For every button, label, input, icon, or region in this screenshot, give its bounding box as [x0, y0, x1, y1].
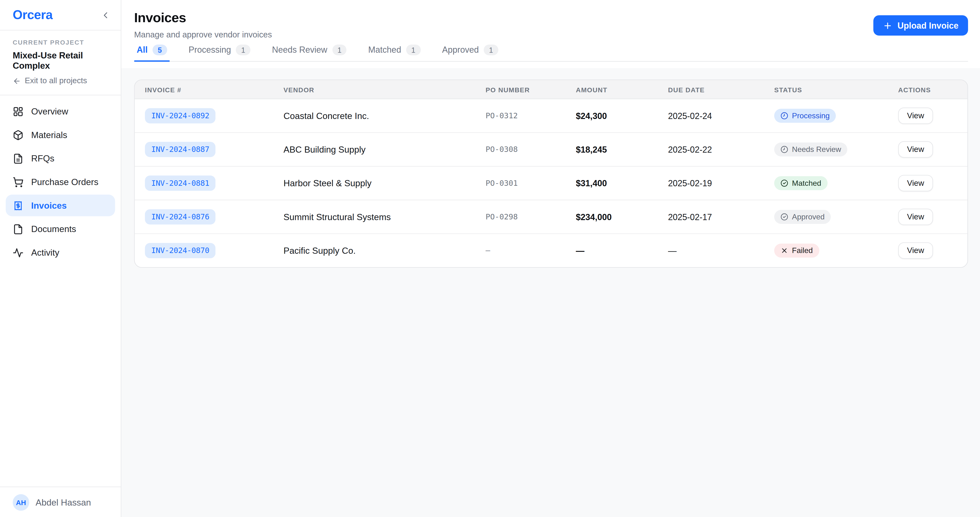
vendor-name: Summit Structural Systems: [283, 212, 485, 222]
view-button[interactable]: View: [898, 209, 933, 225]
tab-needs-review[interactable]: Needs Review 1: [269, 45, 349, 61]
tab-count-badge: 1: [406, 45, 421, 55]
sidebar-item-overview[interactable]: Overview: [6, 101, 115, 122]
check-circle-icon: [781, 213, 788, 220]
vendor-name: ABC Building Supply: [283, 144, 485, 155]
sidebar-item-activity[interactable]: Activity: [6, 242, 115, 263]
status-label: Approved: [792, 213, 825, 221]
x-icon: [781, 247, 788, 254]
clock-icon: [781, 112, 788, 120]
page-header: Invoices Manage and approve vendor invoi…: [121, 0, 980, 68]
clock-icon: [781, 146, 788, 153]
brand-logo: Orcera: [13, 8, 52, 22]
tab-count-badge: 1: [332, 45, 347, 55]
table-body: INV-2024-0892 Coastal Concrete Inc. PO-0…: [135, 99, 967, 267]
table-row: INV-2024-0881 Harbor Steel & Supply PO-0…: [135, 167, 967, 200]
table-row: INV-2024-0887 ABC Building Supply PO-030…: [135, 133, 967, 166]
plus-icon: [883, 21, 892, 30]
view-button[interactable]: View: [898, 141, 933, 158]
po-number: PO-0312: [486, 112, 576, 120]
invoice-amount: —: [576, 246, 668, 255]
column-header-amount: AMOUNT: [576, 86, 668, 93]
sidebar-item-materials[interactable]: Materials: [6, 124, 115, 146]
table-header-row: INVOICE # VENDOR PO NUMBER AMOUNT DUE DA…: [135, 80, 967, 99]
status-badge: Processing: [774, 109, 836, 123]
column-header-invoice: INVOICE #: [145, 86, 283, 93]
due-date: —: [668, 246, 774, 255]
tab-count-badge: 5: [153, 45, 167, 55]
status-badge: Failed: [774, 244, 819, 257]
due-date: 2025-02-24: [668, 111, 774, 120]
column-header-po-number: PO NUMBER: [486, 86, 576, 93]
column-header-due-date: DUE DATE: [668, 86, 774, 93]
vendor-name: Harbor Steel & Supply: [283, 178, 485, 188]
invoice-number-pill: INV-2024-0876: [145, 209, 216, 224]
check-circle-icon: [781, 179, 788, 187]
view-button[interactable]: View: [898, 242, 933, 259]
invoices-table: INVOICE # VENDOR PO NUMBER AMOUNT DUE DA…: [134, 80, 968, 268]
upload-invoice-button[interactable]: Upload Invoice: [873, 15, 968, 35]
invoice-number-pill: INV-2024-0887: [145, 142, 216, 157]
status-label: Failed: [792, 246, 813, 255]
cart-icon: [13, 177, 23, 187]
column-header-vendor: VENDOR: [283, 86, 485, 93]
sidebar-item-invoices[interactable]: Invoices: [6, 195, 115, 216]
po-number: PO-0301: [486, 179, 576, 187]
table-row: INV-2024-0876 Summit Structural Systems …: [135, 200, 967, 234]
content-area: INVOICE # VENDOR PO NUMBER AMOUNT DUE DA…: [121, 68, 980, 517]
invoice-amount: $234,000: [576, 212, 668, 222]
invoice-amount: $31,400: [576, 179, 668, 188]
vendor-name: Pacific Supply Co.: [283, 246, 485, 255]
status-badge: Needs Review: [774, 142, 848, 156]
avatar: AH: [13, 494, 29, 510]
po-number: PO-0298: [486, 212, 576, 221]
status-filter-tabs: All 5 Processing 1 Needs Review 1 Matche…: [134, 45, 968, 62]
tab-matched[interactable]: Matched 1: [366, 45, 423, 61]
sidebar-header: Orcera: [0, 0, 121, 30]
file-text-icon: [13, 153, 23, 164]
chevron-left-icon: [100, 10, 111, 20]
invoice-amount: $18,245: [576, 145, 668, 154]
dashboard-icon: [13, 106, 23, 116]
arrow-left-icon: [13, 77, 21, 85]
column-header-status: STATUS: [774, 86, 898, 93]
status-badge: Matched: [774, 176, 827, 190]
invoice-amount: $24,300: [576, 111, 668, 120]
activity-icon: [13, 247, 23, 258]
main-area: Invoices Manage and approve vendor invoi…: [121, 0, 980, 517]
sidebar-item-rfqs[interactable]: RFQs: [6, 148, 115, 169]
tab-all[interactable]: All 5: [134, 45, 169, 61]
invoice-number-pill: INV-2024-0892: [145, 108, 216, 123]
user-menu[interactable]: AH Abdel Hassan: [0, 487, 121, 517]
page-title: Invoices: [134, 10, 272, 26]
status-label: Needs Review: [792, 145, 841, 153]
sidebar-collapse-button[interactable]: [99, 9, 112, 21]
po-number: PO-0308: [486, 145, 576, 154]
column-header-actions: ACTIONS: [898, 86, 967, 93]
due-date: 2025-02-22: [668, 145, 774, 154]
tab-approved[interactable]: Approved 1: [439, 45, 501, 61]
project-name: Mixed-Use Retail Complex: [13, 50, 108, 70]
view-button[interactable]: View: [898, 175, 933, 191]
status-label: Processing: [792, 112, 830, 120]
status-label: Matched: [792, 179, 821, 187]
po-number: —: [486, 246, 576, 255]
view-button[interactable]: View: [898, 107, 933, 124]
tab-processing[interactable]: Processing 1: [186, 45, 253, 61]
due-date: 2025-02-19: [668, 179, 774, 188]
receipt-icon: [13, 200, 23, 211]
page-subtitle: Manage and approve vendor invoices: [134, 29, 272, 40]
invoice-number-pill: INV-2024-0870: [145, 243, 216, 258]
user-name: Abdel Hassan: [35, 497, 91, 507]
status-badge: Approved: [774, 210, 831, 224]
sidebar-item-purchase-orders[interactable]: Purchase Orders: [6, 171, 115, 193]
app-window: Orcera CURRENT PROJECT Mixed-Use Retail …: [0, 0, 980, 517]
current-project-block: CURRENT PROJECT Mixed-Use Retail Complex…: [0, 30, 121, 96]
due-date: 2025-02-17: [668, 212, 774, 222]
sidebar: Orcera CURRENT PROJECT Mixed-Use Retail …: [0, 0, 121, 517]
invoice-number-pill: INV-2024-0881: [145, 176, 216, 191]
exit-to-all-projects-link[interactable]: Exit to all projects: [13, 76, 108, 85]
sidebar-item-documents[interactable]: Documents: [6, 218, 115, 240]
current-project-label: CURRENT PROJECT: [13, 39, 108, 46]
vendor-name: Coastal Concrete Inc.: [283, 111, 485, 121]
